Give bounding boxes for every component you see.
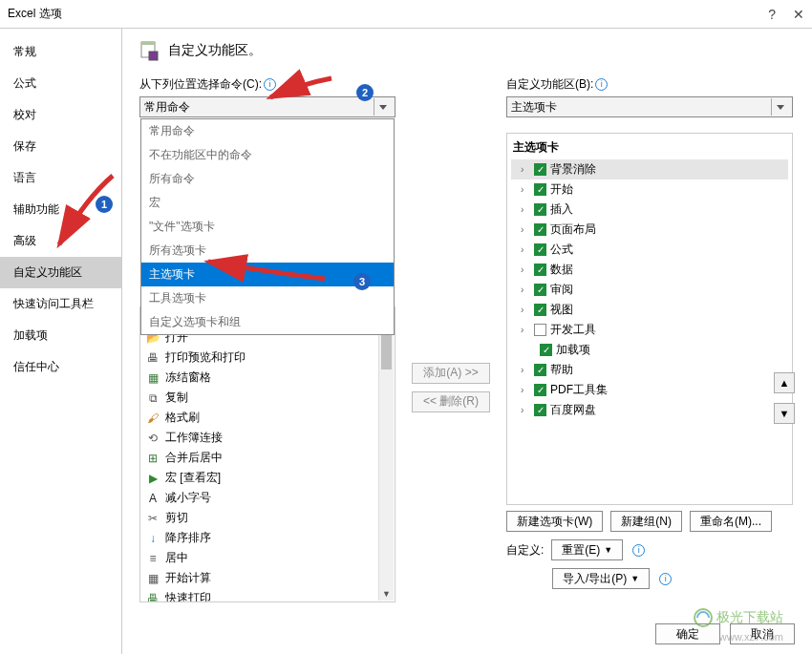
checkbox[interactable]: ✓ <box>534 264 546 276</box>
remove-button[interactable]: << 删除(R) <box>412 391 490 412</box>
chevron-right-icon[interactable]: › <box>521 224 530 235</box>
sidebar-item[interactable]: 快速访问工具栏 <box>0 288 121 320</box>
command-label: 开始计算 <box>165 570 211 586</box>
move-up-button[interactable]: ▲ <box>774 372 795 393</box>
sidebar-item[interactable]: 辅助功能 <box>0 194 121 225</box>
command-icon: ↓ <box>146 532 160 545</box>
tree-row[interactable]: ›✓公式 <box>511 240 788 260</box>
chevron-right-icon[interactable]: › <box>521 325 530 335</box>
sidebar-item[interactable]: 信任中心 <box>0 351 121 383</box>
checkbox[interactable]: ✓ <box>534 404 546 416</box>
tree-row[interactable]: ›✓帮助 <box>511 360 788 380</box>
chevron-right-icon[interactable]: › <box>521 285 530 295</box>
chevron-right-icon[interactable]: › <box>521 405 530 415</box>
command-item[interactable]: 🖶快速打印 <box>140 588 395 602</box>
import-export-button[interactable]: 导入/导出(P)▼ <box>552 568 650 589</box>
tree-row[interactable]: ›✓审阅 <box>511 280 788 300</box>
command-item[interactable]: ▦开始计算 <box>140 568 395 588</box>
dropdown-item[interactable]: 工具选项卡 <box>141 286 394 310</box>
move-down-button[interactable]: ▼ <box>774 403 795 424</box>
dropdown-item[interactable]: 主选项卡 <box>141 263 394 286</box>
tree-row[interactable]: ›✓开始 <box>511 179 788 200</box>
reset-button[interactable]: 重置(E)▼ <box>551 539 623 560</box>
chevron-right-icon[interactable]: › <box>521 385 530 395</box>
checkbox[interactable]: ✓ <box>534 324 546 336</box>
checkbox[interactable]: ✓ <box>534 304 546 316</box>
dropdown-item[interactable]: 宏 <box>141 191 394 215</box>
sidebar-item[interactable]: 语言 <box>0 162 121 194</box>
info-icon[interactable]: i <box>595 78 608 91</box>
chevron-right-icon[interactable]: › <box>521 184 530 195</box>
info-icon[interactable]: i <box>632 544 645 557</box>
command-item[interactable]: ✂剪切 <box>140 508 395 528</box>
command-item[interactable]: 🖌格式刷 <box>140 408 395 428</box>
tree-row[interactable]: ›✓页面布局 <box>511 220 788 240</box>
close-icon[interactable]: ✕ <box>793 7 804 22</box>
rename-button[interactable]: 重命名(M)... <box>690 511 772 532</box>
command-item[interactable]: ⟲工作簿连接 <box>140 428 395 448</box>
info-icon[interactable]: i <box>659 573 672 585</box>
cancel-button[interactable]: 取消 <box>730 623 795 644</box>
sidebar-item[interactable]: 高级 <box>0 225 121 257</box>
checkbox[interactable]: ✓ <box>534 183 546 196</box>
sidebar-item[interactable]: 加载项 <box>0 320 121 351</box>
checkbox[interactable]: ✓ <box>534 203 546 216</box>
tree-row[interactable]: ›✓开发工具 <box>511 320 788 340</box>
command-item[interactable]: ↓降序排序 <box>140 528 395 548</box>
command-item[interactable]: ▶宏 [查看宏] <box>140 468 395 488</box>
command-item[interactable]: ⊞合并后居中▸ <box>140 448 395 468</box>
scroll-down-icon[interactable]: ▼ <box>379 587 394 601</box>
chevron-right-icon[interactable]: › <box>521 164 530 175</box>
tree-row[interactable]: ✓加载项 <box>511 340 788 360</box>
chevron-down-icon[interactable] <box>771 98 788 116</box>
tree-row[interactable]: ›✓百度网盘 <box>511 400 788 420</box>
dropdown-item[interactable]: 自定义选项卡和组 <box>141 310 394 334</box>
checkbox[interactable]: ✓ <box>534 284 546 296</box>
new-tab-button[interactable]: 新建选项卡(W) <box>506 511 603 532</box>
sidebar-item[interactable]: 自定义功能区 <box>0 257 121 288</box>
command-item[interactable]: A减小字号 <box>140 488 395 508</box>
tree-row[interactable]: ›✓PDF工具集 <box>511 380 788 400</box>
sidebar-item[interactable]: 公式 <box>0 68 121 99</box>
titlebar: Excel 选项 ? ✕ <box>0 0 812 29</box>
scrollbar[interactable]: ▲ ▼ <box>378 308 394 601</box>
chevron-right-icon[interactable]: › <box>521 204 530 215</box>
chevron-right-icon[interactable]: › <box>521 365 530 375</box>
chevron-right-icon[interactable]: › <box>521 264 530 275</box>
tree-row[interactable]: ›✓插入 <box>511 200 788 220</box>
ribbon-target-combo[interactable]: 主选项卡 <box>506 96 793 117</box>
sidebar-item[interactable]: 校对 <box>0 99 121 131</box>
checkbox[interactable]: ✓ <box>534 223 546 236</box>
help-icon[interactable]: ? <box>768 7 776 22</box>
command-item[interactable]: ⧉复制 <box>140 388 395 408</box>
sidebar-item[interactable]: 常规 <box>0 36 121 68</box>
checkbox[interactable]: ✓ <box>534 163 546 176</box>
ok-button[interactable]: 确定 <box>655 623 720 644</box>
chevron-right-icon[interactable]: › <box>521 244 530 255</box>
checkbox[interactable]: ✓ <box>540 344 552 356</box>
sidebar-item[interactable]: 保存 <box>0 131 121 162</box>
tree-row[interactable]: ›✓数据 <box>511 260 788 280</box>
commands-list[interactable]: ↶撤消▸📂打开🖶打印预览和打印▦冻结窗格▸⧉复制🖌格式刷⟲工作簿连接⊞合并后居中… <box>139 306 395 602</box>
info-icon[interactable]: i <box>264 78 276 91</box>
command-item[interactable]: ≡居中 <box>140 548 395 568</box>
checkbox[interactable]: ✓ <box>534 364 546 376</box>
new-group-button[interactable]: 新建组(N) <box>610 511 682 532</box>
dropdown-item[interactable]: 常用命令 <box>141 119 394 143</box>
command-item[interactable]: ▦冻结窗格▸ <box>140 368 395 388</box>
ribbon-tree[interactable]: 主选项卡 ›✓背景消除›✓开始›✓插入›✓页面布局›✓公式›✓数据›✓审阅›✓视… <box>506 133 793 505</box>
dropdown-item[interactable]: 所有选项卡 <box>141 239 394 263</box>
checkbox[interactable]: ✓ <box>534 384 546 396</box>
command-icon: ▦ <box>146 371 160 385</box>
tree-row[interactable]: ›✓视图 <box>511 300 788 320</box>
add-button[interactable]: 添加(A) >> <box>412 363 490 384</box>
dropdown-item[interactable]: 所有命令 <box>141 167 394 191</box>
tree-row[interactable]: ›✓背景消除 <box>511 159 788 179</box>
chevron-right-icon[interactable]: › <box>521 305 530 315</box>
commands-source-combo[interactable]: 常用命令 常用命令不在功能区中的命令所有命令宏"文件"选项卡所有选项卡主选项卡工… <box>139 96 395 117</box>
dropdown-item[interactable]: "文件"选项卡 <box>141 215 394 239</box>
checkbox[interactable]: ✓ <box>534 243 546 256</box>
dropdown-item[interactable]: 不在功能区中的命令 <box>141 143 394 167</box>
command-item[interactable]: 🖶打印预览和打印 <box>140 348 395 368</box>
chevron-down-icon[interactable] <box>374 98 391 116</box>
